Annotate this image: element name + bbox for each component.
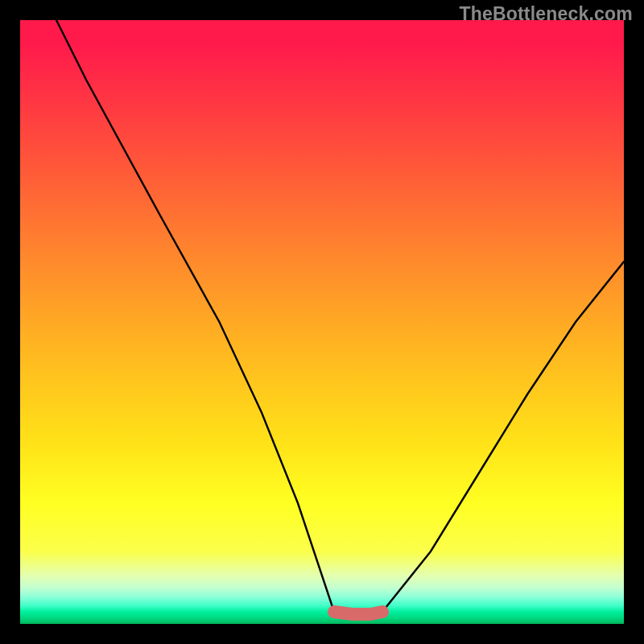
curve-accent — [334, 612, 382, 614]
curve-left — [56, 20, 334, 612]
curve-right — [382, 262, 624, 612]
watermark-text: TheBottleneck.com — [459, 3, 633, 25]
plot-area — [20, 20, 624, 624]
chart-frame: TheBottleneck.com — [0, 0, 644, 644]
bottleneck-curve — [20, 20, 624, 624]
